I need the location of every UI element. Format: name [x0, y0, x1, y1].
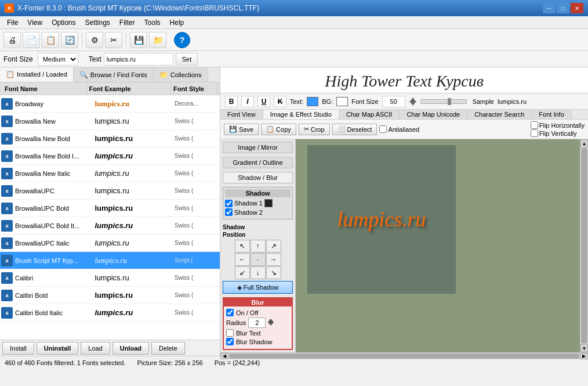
font-size-slider[interactable] [420, 99, 467, 104]
font-list[interactable]: a Broadway lumpics.ru Decora... a Browal… [0, 95, 220, 340]
install-button[interactable]: Install [2, 342, 34, 355]
font-type-icon: a [1, 203, 13, 214]
scroll-up-arrow[interactable]: ▲ [580, 139, 588, 147]
save-button[interactable]: 💾 [130, 32, 147, 48]
menu-filter[interactable]: Filter [115, 17, 140, 28]
maximize-button[interactable]: □ [557, 3, 569, 13]
font-row[interactable]: a Browallia New Bold lumpics.ru Swiss ( [0, 130, 220, 147]
scroll-left-arrow[interactable]: ◀ [220, 353, 228, 359]
font-row[interactable]: a Broadway lumpics.ru Decora... [0, 95, 220, 113]
scroll-down-arrow[interactable]: ▼ [580, 344, 588, 352]
menu-settings[interactable]: Settings [81, 17, 115, 28]
scroll-right-arrow[interactable]: ▶ [580, 353, 588, 359]
bg-color-box[interactable] [336, 97, 348, 106]
arrow-w[interactable]: ← [235, 253, 250, 266]
uninstall-button[interactable]: Uninstall [37, 342, 78, 355]
font-row[interactable]: a BrowalliaUPC Bold It... lumpics.ru Swi… [0, 217, 220, 235]
tab-collections[interactable]: 📁 Collections [154, 67, 208, 82]
new-button[interactable]: 📄 [23, 32, 40, 48]
menu-tools[interactable]: Tools [140, 17, 165, 28]
blur-onoff-checkbox[interactable] [226, 309, 234, 316]
font-row-selected[interactable]: a Brush Script MT Кур... lumpics.ru Scri… [0, 252, 220, 269]
set-button[interactable]: Set [176, 53, 198, 66]
shadow2-label: Shadow 2 [234, 209, 263, 216]
blur-radius-input[interactable] [248, 318, 266, 328]
help-button[interactable]: ? [174, 32, 190, 48]
content-area: Image / Mirror Gradient / Outline Shadow… [220, 139, 588, 352]
open-button[interactable]: 📁 [149, 32, 166, 48]
refresh-button[interactable]: 🔄 [61, 32, 78, 48]
copy-effect-button[interactable]: 📋 Copy [261, 124, 296, 135]
crop-button[interactable]: ✂ Crop [299, 124, 330, 135]
tab-char-unicode[interactable]: Char Map Unicode [400, 110, 467, 119]
blur-text-checkbox[interactable] [226, 329, 234, 337]
strikethrough-button[interactable]: K [274, 96, 286, 107]
font-size-select[interactable]: Medium Small Large [38, 53, 78, 66]
font-size-input[interactable] [382, 96, 405, 107]
unload-button[interactable]: Unload [112, 342, 149, 355]
arrow-sw[interactable]: ↙ [235, 266, 250, 279]
menu-help[interactable]: Help [165, 17, 189, 28]
subtab-image-mirror[interactable]: Image / Mirror [223, 142, 293, 153]
menu-options[interactable]: Options [47, 17, 80, 28]
tab-char-ascii[interactable]: Char Map ASCII [339, 110, 400, 119]
load-button[interactable]: Load [81, 342, 110, 355]
shadow1-checkbox[interactable] [225, 200, 233, 207]
close-button[interactable]: ✕ [571, 3, 583, 13]
filter-button[interactable]: ⚙ [86, 32, 103, 48]
font-example: lumpics.ru [94, 291, 174, 300]
flip-v-option[interactable]: Flip Vertically [531, 129, 585, 137]
text-input[interactable] [104, 53, 173, 66]
arrow-e[interactable]: → [266, 253, 281, 266]
full-shadow-button[interactable]: ◈ Full Shadow [223, 281, 293, 294]
tab-font-info[interactable]: Font Info [532, 110, 571, 119]
font-example: lumpics.ru [94, 273, 174, 282]
font-row[interactable]: a Calibri lumpics.ru Swiss ( [0, 269, 220, 287]
tab-char-search[interactable]: Character Search [467, 110, 532, 119]
font-row[interactable]: a Browallia New Bold I... lumpics.ru Swi… [0, 147, 220, 165]
minimize-button[interactable]: ─ [543, 3, 556, 13]
scroll-thumb-h[interactable] [229, 353, 579, 359]
blur-shadow-checkbox[interactable] [226, 338, 234, 345]
font-row[interactable]: a Browallia New Italic lumpics.ru Swiss … [0, 165, 220, 182]
bold-button[interactable]: B [225, 96, 238, 107]
shadow2-checkbox[interactable] [225, 208, 233, 216]
antialiased-option[interactable]: Antialiased [379, 125, 419, 133]
cut-button[interactable]: ✂ [105, 32, 122, 48]
delete-button[interactable]: Delete [151, 342, 185, 355]
shadow1-color[interactable] [264, 199, 273, 207]
font-row[interactable]: a Calibri Bold Italic lumpics.ru Swiss ( [0, 304, 220, 322]
subtab-shadow[interactable]: Shadow / Blur [223, 172, 293, 183]
text-color-box[interactable] [307, 97, 318, 106]
arrow-se[interactable]: ↘ [266, 266, 281, 279]
arrow-s[interactable]: ↓ [251, 266, 266, 279]
deselect-button[interactable]: ⬜ Deselect [332, 124, 378, 135]
flip-h-checkbox[interactable] [531, 121, 538, 129]
horizontal-scrollbar[interactable]: ◀ ▶ [220, 352, 588, 359]
copy-button[interactable]: 📋 [42, 32, 59, 48]
tab-installed-loaded[interactable]: 📋 Installed / Loaded [0, 67, 74, 82]
flip-h-option[interactable]: Flip Horizontally [531, 121, 585, 129]
scroll-thumb-v[interactable] [581, 148, 587, 344]
font-row[interactable]: a BrowalliaUPC Italic lumpics.ru Swiss ( [0, 235, 220, 252]
menu-file[interactable]: File [2, 17, 23, 28]
italic-button[interactable]: I [241, 96, 254, 107]
font-row[interactable]: a Calibri Bold lumpics.ru Swiss ( [0, 287, 220, 304]
arrow-nw[interactable]: ↖ [235, 240, 250, 252]
tab-browse[interactable]: 🔍 Browse / Find Fonts [74, 67, 154, 82]
print-button[interactable]: 🖨 [3, 32, 21, 48]
arrow-ne[interactable]: ↗ [266, 240, 281, 252]
save-effect-button[interactable]: 💾 Save [224, 124, 259, 135]
tab-font-view[interactable]: Font View [220, 110, 263, 119]
antialiased-checkbox[interactable] [379, 125, 387, 133]
flip-v-checkbox[interactable] [531, 129, 538, 137]
subtab-gradient[interactable]: Gradient / Outline [223, 157, 293, 168]
font-row[interactable]: a BrowalliaUPC Bold lumpics.ru Swiss ( [0, 200, 220, 217]
font-row[interactable]: a BrowalliaUPC lumpics.ru Swiss ( [0, 182, 220, 200]
menu-view[interactable]: View [23, 17, 47, 28]
vertical-scrollbar[interactable]: ▲ ▼ [580, 139, 588, 352]
underline-button[interactable]: U [257, 96, 270, 107]
arrow-n[interactable]: ↑ [251, 240, 266, 252]
tab-image-effect[interactable]: Image & Effect Studio [263, 110, 339, 119]
font-row[interactable]: a Browallia New lumpics.ru Swiss ( [0, 113, 220, 130]
